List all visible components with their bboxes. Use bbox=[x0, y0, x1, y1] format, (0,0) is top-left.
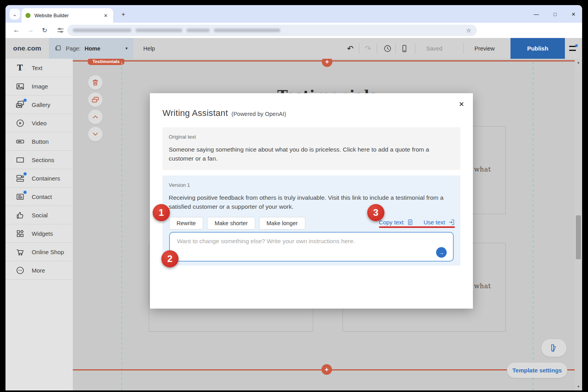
sidebar-item-containers[interactable]: Containers bbox=[5, 169, 73, 188]
browser-tab[interactable]: Website Builder ✕ bbox=[22, 8, 113, 23]
sidebar-item-contact[interactable]: Contact bbox=[5, 188, 73, 206]
reload-button[interactable]: ↻ bbox=[39, 25, 50, 36]
widgets-icon bbox=[16, 229, 25, 238]
send-button[interactable]: → bbox=[436, 247, 447, 258]
back-button[interactable]: ← bbox=[11, 25, 22, 36]
scroll-up-icon[interactable]: ▲ bbox=[575, 61, 582, 64]
mobile-preview-button[interactable] bbox=[399, 43, 410, 54]
copy-document-icon bbox=[407, 219, 413, 226]
preview-label: Preview bbox=[474, 45, 495, 52]
toolbar-menu-button[interactable] bbox=[569, 45, 578, 52]
tune-button[interactable] bbox=[55, 25, 66, 36]
sidebar-item-gallery[interactable]: Gallery bbox=[5, 96, 73, 114]
section-label: Testimonials bbox=[88, 59, 124, 65]
chevron-up-icon bbox=[91, 113, 99, 121]
video-play-icon bbox=[16, 119, 25, 128]
sidebar-item-button[interactable]: Button bbox=[5, 132, 73, 151]
close-icon: ✕ bbox=[572, 11, 576, 17]
saved-label: Saved bbox=[426, 45, 442, 52]
sidebar-item-widgets[interactable]: Widgets bbox=[5, 224, 73, 243]
publish-label: Publish bbox=[527, 45, 548, 52]
plus-icon: + bbox=[325, 59, 329, 66]
page-label: Page: bbox=[66, 45, 81, 52]
sidebar-item-social[interactable]: Social bbox=[5, 206, 73, 224]
browser-titlebar: ⌄ Website Builder ✕ + — □ ✕ bbox=[5, 5, 582, 23]
annotation-step-1: 1 bbox=[153, 204, 170, 221]
tab-search-button[interactable]: ⌄ bbox=[9, 9, 20, 20]
vertical-scrollbar[interactable]: ▲ ▼ bbox=[575, 59, 582, 390]
bookmark-star-icon[interactable]: ☆ bbox=[466, 27, 471, 34]
thumbs-up-icon bbox=[16, 211, 25, 220]
sidebar-item-text[interactable]: T Text bbox=[5, 59, 73, 77]
make-shorter-button[interactable]: Make shorter bbox=[207, 217, 255, 229]
layout-guide-right bbox=[533, 62, 534, 390]
publish-button[interactable]: Publish bbox=[510, 38, 565, 59]
image-icon bbox=[16, 82, 25, 91]
sidebar-item-image[interactable]: Image bbox=[5, 77, 73, 96]
text-icon: T bbox=[17, 63, 23, 72]
logo-text: one bbox=[13, 45, 25, 52]
modal-close-button[interactable]: ✕ bbox=[459, 100, 464, 108]
menu-icon bbox=[569, 50, 576, 51]
copy-text-link[interactable]: Copy text bbox=[379, 219, 413, 226]
chevron-down-icon bbox=[91, 130, 99, 138]
move-section-up-button[interactable] bbox=[88, 110, 103, 124]
scrollbar-thumb[interactable] bbox=[576, 215, 581, 259]
style-palette-button[interactable] bbox=[541, 339, 566, 357]
original-text: Someone saying something nice about what… bbox=[169, 145, 445, 163]
new-feature-dot bbox=[23, 191, 27, 194]
add-section-button-bottom[interactable]: + bbox=[321, 364, 332, 375]
window-close-button[interactable]: ✕ bbox=[567, 9, 580, 20]
redo-button[interactable]: ↷ bbox=[363, 43, 373, 54]
blurred-url-segment bbox=[135, 29, 182, 32]
undo-button[interactable]: ↶ bbox=[345, 43, 356, 54]
original-text-label: Original text bbox=[169, 134, 454, 140]
history-clock-icon bbox=[383, 44, 392, 53]
delete-section-button[interactable] bbox=[88, 75, 103, 90]
new-tab-button[interactable]: + bbox=[118, 9, 128, 20]
forward-button[interactable]: → bbox=[25, 25, 36, 36]
sidebar-item-video[interactable]: Video bbox=[5, 114, 73, 132]
blurred-url-segment bbox=[214, 29, 280, 32]
forward-icon: → bbox=[27, 26, 34, 34]
tab-close-icon[interactable]: ✕ bbox=[102, 12, 109, 19]
tab-favicon bbox=[25, 13, 31, 18]
rewrite-button[interactable]: Rewrite bbox=[169, 217, 203, 229]
tune-icon bbox=[57, 27, 64, 34]
mobile-phone-icon bbox=[400, 44, 409, 53]
address-bar[interactable]: ☆ bbox=[67, 25, 477, 36]
duplicate-section-button[interactable] bbox=[88, 92, 103, 107]
history-button[interactable] bbox=[382, 43, 393, 54]
tab-title: Website Builder bbox=[34, 13, 102, 18]
preview-button[interactable]: Preview bbox=[474, 38, 495, 59]
logo-text: com bbox=[27, 45, 41, 52]
new-feature-dot bbox=[23, 99, 27, 102]
sidebar-item-more[interactable]: More bbox=[5, 261, 73, 280]
browser-urlbar: ← → ↻ ☆ bbox=[5, 23, 582, 38]
page-selector[interactable]: Page: Home ▾ bbox=[49, 38, 133, 59]
help-button[interactable]: Help bbox=[143, 38, 155, 59]
arrow-right-icon: → bbox=[439, 249, 444, 256]
back-icon: ← bbox=[13, 26, 20, 34]
make-longer-button[interactable]: Make longer bbox=[259, 217, 305, 229]
contact-form-icon bbox=[16, 192, 25, 201]
sidebar-item-online-shop[interactable]: Online Shop bbox=[5, 243, 73, 261]
element-sidebar: T Text Image Gallery Video bbox=[5, 59, 73, 390]
use-text-link[interactable]: Use text bbox=[424, 219, 455, 226]
window-minimize-button[interactable]: — bbox=[530, 9, 543, 20]
close-icon: ✕ bbox=[459, 101, 464, 108]
layout-guide-left bbox=[121, 62, 122, 390]
move-section-down-button[interactable] bbox=[88, 127, 103, 141]
template-settings-button[interactable]: Template settings bbox=[507, 363, 567, 378]
scroll-down-icon[interactable]: ▼ bbox=[575, 385, 582, 388]
sidebar-item-sections[interactable]: Sections bbox=[5, 151, 73, 169]
instructions-input[interactable] bbox=[176, 237, 420, 245]
add-section-button-top[interactable]: + bbox=[322, 59, 332, 67]
annotation-step-3: 3 bbox=[367, 204, 384, 221]
window-maximize-button[interactable]: □ bbox=[549, 9, 561, 20]
instructions-input-wrap: → bbox=[169, 232, 454, 262]
redo-icon: ↷ bbox=[365, 44, 372, 53]
modal-subtitle: (Powered by OpenAI) bbox=[231, 111, 286, 117]
pages-icon bbox=[54, 45, 62, 52]
original-text-panel: Original text Someone saying something n… bbox=[162, 127, 460, 170]
